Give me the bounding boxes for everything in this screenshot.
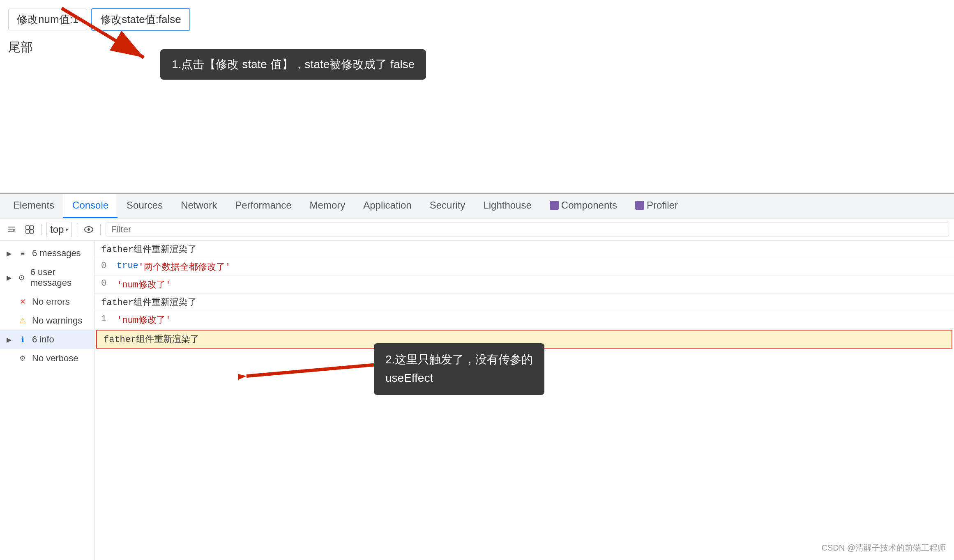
eye-icon[interactable] <box>82 223 95 236</box>
info-icon: ℹ <box>17 334 28 345</box>
toolbar-sep1 <box>41 224 41 235</box>
line-num-3: 0 <box>101 278 113 289</box>
user-messages-icon: ⊙ <box>17 272 26 283</box>
chevron-down-icon: ▾ <box>65 226 68 233</box>
tab-network[interactable]: Network <box>172 194 226 218</box>
console-line-6: father组件重新渲染了 <box>96 330 952 349</box>
console-text: father组件重新渲染了 <box>101 243 197 255</box>
svg-rect-8 <box>30 226 33 229</box>
context-selector[interactable]: top ▾ <box>46 222 72 237</box>
annotation1-arrow <box>0 0 173 82</box>
annotation2-arrow <box>238 351 386 392</box>
devtools-sidebar: ▶ ≡ 6 messages ▶ ⊙ 6 user messages ▶ ✕ N… <box>0 241 94 560</box>
console-line-4: father组件重新渲染了 <box>94 294 954 311</box>
annotation1-tooltip: 1.点击【修改 state 值】，state被修改成了 false <box>160 49 426 80</box>
tab-profiler[interactable]: Profiler <box>626 194 687 218</box>
tab-memory[interactable]: Memory <box>301 194 355 218</box>
clear-console-icon[interactable] <box>5 223 18 236</box>
tab-application[interactable]: Application <box>354 194 420 218</box>
filter-input[interactable] <box>106 223 949 236</box>
console-val-msg1: '两个数据全都修改了' <box>138 261 230 273</box>
toolbar-sep3 <box>100 224 101 235</box>
console-val-true: true <box>117 261 138 271</box>
react-profiler-icon <box>635 201 644 210</box>
svg-rect-7 <box>26 226 29 229</box>
console-line-5: 1 'num修改了' <box>94 311 954 329</box>
expand-icon-info: ▶ <box>7 336 12 344</box>
console-line-2: 0 true '两个数据全都修改了' <box>94 258 954 276</box>
tab-sources[interactable]: Sources <box>118 194 172 218</box>
svg-rect-10 <box>30 230 33 233</box>
line-num-2: 0 <box>101 261 113 271</box>
console-line-3: 0 'num修改了' <box>94 276 954 294</box>
console-text-highlighted: father组件重新渲染了 <box>104 333 199 345</box>
error-icon: ✕ <box>17 296 28 307</box>
line-num-5: 1 <box>101 314 113 324</box>
toolbar-sep2 <box>77 224 77 235</box>
tab-performance[interactable]: Performance <box>226 194 300 218</box>
react-components-icon <box>550 201 559 210</box>
expand-icon: ▶ <box>7 250 12 257</box>
messages-icon: ≡ <box>17 248 28 259</box>
sidebar-item-errors[interactable]: ▶ ✕ No errors <box>0 292 94 311</box>
expand-icon-user: ▶ <box>7 274 12 282</box>
tab-components[interactable]: Components <box>541 194 626 218</box>
tab-security[interactable]: Security <box>421 194 475 218</box>
sidebar-item-user-messages[interactable]: ▶ ⊙ 6 user messages <box>0 263 94 292</box>
tab-lighthouse[interactable]: Lighthouse <box>474 194 540 218</box>
warning-icon: ⚠ <box>17 315 28 326</box>
inspect-icon[interactable] <box>23 223 36 236</box>
watermark: CSDN @清醒子技术的前端工程师 <box>821 542 946 553</box>
devtools-toolbar: top ▾ <box>0 218 954 241</box>
console-output: father组件重新渲染了 0 true '两个数据全都修改了' 0 'num修… <box>94 241 954 560</box>
sidebar-item-messages[interactable]: ▶ ≡ 6 messages <box>0 244 94 263</box>
svg-rect-9 <box>26 230 29 233</box>
svg-line-1 <box>62 8 144 57</box>
svg-point-12 <box>88 228 90 231</box>
console-val-num2: 'num修改了' <box>117 314 171 326</box>
svg-rect-2 <box>8 227 15 227</box>
annotation2-tooltip: 2.这里只触发了，没有传参的 useEffect <box>374 343 544 395</box>
devtools-panel: Elements Console Sources Network Perform… <box>0 193 954 560</box>
verbose-icon: ⚙ <box>17 353 28 364</box>
sidebar-item-warnings[interactable]: ▶ ⚠ No warnings <box>0 311 94 330</box>
tab-elements[interactable]: Elements <box>4 194 63 218</box>
svg-line-14 <box>247 364 386 376</box>
devtools-body: ▶ ≡ 6 messages ▶ ⊙ 6 user messages ▶ ✕ N… <box>0 241 954 560</box>
console-val-num1: 'num修改了' <box>117 278 171 291</box>
tab-console[interactable]: Console <box>63 194 118 218</box>
sidebar-item-info[interactable]: ▶ ℹ 6 info <box>0 330 94 349</box>
devtools-tabs-bar: Elements Console Sources Network Perform… <box>0 194 954 218</box>
console-text-2: father组件重新渲染了 <box>101 296 197 308</box>
console-line-1: father组件重新渲染了 <box>94 241 954 258</box>
sidebar-item-verbose[interactable]: ▶ ⚙ No verbose <box>0 349 94 368</box>
browser-page: 修改num值:1 修改state值:false 尾部 1.点击【修改 state… <box>0 0 954 193</box>
